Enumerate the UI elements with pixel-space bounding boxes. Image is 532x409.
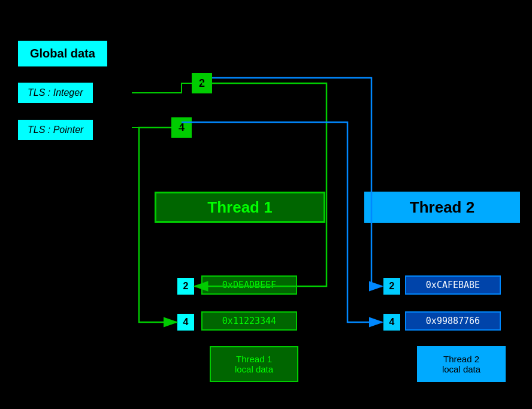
thread2-box: Thread 2 — [364, 192, 520, 223]
tls-integer-box: TLS : Integer — [18, 83, 93, 103]
t2-local-data-label: Thread 2local data — [417, 346, 506, 382]
t1-11223344-value: 0x11223344 — [201, 311, 297, 331]
t1-local-data-label: Thread 1local data — [210, 346, 298, 382]
t2-99887766-value: 0x99887766 — [405, 311, 501, 331]
t2-index-2-badge: 2 — [383, 278, 400, 295]
t2-index-4-badge: 4 — [383, 314, 400, 331]
diagram-container: Global data TLS : Integer TLS : Pointer … — [0, 0, 532, 409]
global-index-4-badge: 4 — [171, 117, 192, 138]
global-data-box: Global data — [18, 41, 107, 66]
thread1-box: Thread 1 — [155, 192, 325, 223]
t1-index-4-badge: 4 — [177, 314, 194, 331]
t2-cafebabe-value: 0xCAFEBABE — [405, 275, 501, 295]
global-index-2-badge: 2 — [192, 73, 212, 93]
t1-index-2-badge: 2 — [177, 278, 194, 295]
tls-pointer-box: TLS : Pointer — [18, 120, 93, 140]
t1-deadbeef-value: 0xDEADBEEF — [201, 275, 297, 295]
